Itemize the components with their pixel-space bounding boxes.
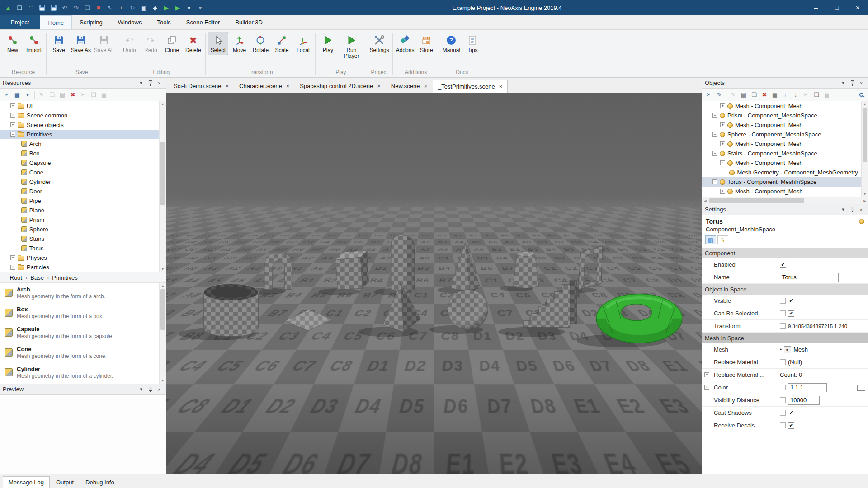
expander-icon[interactable]: −: [720, 160, 725, 165]
scene-tab-scifi-demo[interactable]: Sci-fi Demo.scene×: [169, 80, 234, 93]
tab-windows[interactable]: Windows: [110, 15, 150, 29]
cast-shadows-checkbox[interactable]: ✔: [788, 410, 794, 416]
close-icon[interactable]: ×: [857, 206, 865, 214]
close-icon[interactable]: ×: [857, 79, 865, 87]
pin-icon[interactable]: [848, 206, 856, 214]
project-menu-button[interactable]: Project: [0, 15, 40, 29]
panel-menu-icon[interactable]: ▾: [137, 79, 145, 87]
manual-button[interactable]: ? Manual: [441, 32, 462, 55]
select-icon[interactable]: ↖: [106, 4, 113, 12]
list-item-box[interactable]: BoxMesh geometry in the form of a box.: [0, 303, 166, 323]
pipe-primitive[interactable]: [204, 284, 259, 336]
import-button[interactable]: Import: [24, 32, 44, 55]
mesh-value[interactable]: Mesh: [793, 346, 808, 353]
object-item-mesh[interactable]: +Mesh - Component_Mesh: [702, 139, 868, 149]
local-button[interactable]: Local: [292, 32, 313, 55]
delete-button[interactable]: ✖ Delete: [183, 32, 203, 55]
scroll-down-icon[interactable]: ▼: [862, 191, 868, 197]
breadcrumb-base[interactable]: Base: [30, 274, 44, 281]
viewport-3d[interactable]: F6F7F8G1G2G3G4G5G6G7G8H1H2H3H4H5H6H7H8A1…: [166, 93, 702, 474]
default-indicator[interactable]: [780, 323, 786, 329]
toolbar-menu-icon[interactable]: ▾: [197, 4, 204, 12]
play-icon[interactable]: ▶: [163, 4, 170, 12]
pin-icon[interactable]: [848, 79, 856, 87]
scale-icon[interactable]: ▣: [140, 4, 147, 12]
scroll-up-icon[interactable]: ▲: [160, 283, 166, 289]
tree-item-scene-objects[interactable]: +Scene objects: [0, 120, 166, 130]
select-button[interactable]: Select: [208, 32, 228, 55]
object-item-torus[interactable]: −Torus - Component_MeshInSpace: [702, 177, 868, 187]
tree-item-box[interactable]: Box: [0, 149, 166, 158]
close-icon[interactable]: ×: [155, 385, 163, 394]
panel-menu-icon[interactable]: ▾: [839, 206, 847, 214]
undo-icon[interactable]: ↶: [61, 4, 68, 12]
new-object-icon[interactable]: ❏: [749, 90, 759, 100]
save-all-icon[interactable]: [50, 4, 57, 12]
list-item-capsule[interactable]: CapsuleMesh geometry in the form of a ca…: [0, 323, 166, 343]
settings-section-component[interactable]: Component: [702, 248, 868, 258]
object-item-mesh[interactable]: +Mesh - Component_Mesh: [702, 120, 868, 130]
close-icon[interactable]: ×: [499, 83, 503, 90]
rotate-button[interactable]: Rotate: [250, 32, 271, 55]
tree-item-capsule[interactable]: Capsule: [0, 158, 166, 168]
replace-material-value[interactable]: (Null): [788, 359, 802, 366]
objects-horizontal-scrollbar[interactable]: ◀ ▶: [702, 197, 868, 204]
tree-item-torus[interactable]: Torus: [0, 244, 166, 253]
move-down-icon[interactable]: ↓: [791, 90, 801, 100]
tree-item-door[interactable]: Door: [0, 187, 166, 196]
tips-button[interactable]: Tips: [462, 32, 483, 55]
view-mode-dropdown-icon[interactable]: ▾: [23, 90, 33, 100]
scroll-up-icon[interactable]: ▲: [160, 101, 166, 107]
store-button[interactable]: Store: [416, 32, 437, 55]
plane-primitive[interactable]: [285, 310, 332, 331]
close-icon[interactable]: ×: [155, 79, 163, 87]
close-button[interactable]: ×: [847, 0, 868, 15]
scene-tab-character[interactable]: Character.scene×: [234, 80, 294, 93]
capsule-primitive[interactable]: [391, 235, 415, 291]
scroll-thumb[interactable]: [709, 198, 804, 203]
tree-item-sphere[interactable]: Sphere: [0, 225, 166, 234]
tree-item-cone[interactable]: Cone: [0, 168, 166, 177]
close-icon[interactable]: ×: [424, 83, 427, 89]
default-indicator[interactable]: [780, 397, 786, 403]
pin-icon[interactable]: [146, 385, 154, 394]
expander-icon[interactable]: +: [10, 113, 15, 118]
expander-icon[interactable]: −: [712, 132, 717, 137]
object-item-sphere[interactable]: −Sphere - Component_MeshInSpace: [702, 130, 868, 139]
panel-menu-icon[interactable]: ▾: [137, 385, 145, 394]
cut-icon[interactable]: ✂: [78, 90, 88, 100]
tree-item-particles[interactable]: +Particles: [0, 263, 166, 272]
duplicate-icon[interactable]: ❏: [89, 90, 99, 100]
item-list-scrollbar[interactable]: ▲ ▼: [159, 283, 166, 384]
run-player-button[interactable]: Run Player: [339, 32, 364, 61]
resources-tree-scrollbar[interactable]: ▲ ▼: [159, 101, 166, 272]
color-input[interactable]: [788, 383, 827, 392]
scroll-right-icon[interactable]: ▶: [862, 197, 868, 204]
new-folder-icon[interactable]: ▤: [739, 90, 749, 100]
pin-icon[interactable]: [146, 79, 154, 87]
delete-icon[interactable]: ✖: [68, 90, 78, 100]
objects-tree-scrollbar[interactable]: ▲ ▼: [861, 101, 868, 197]
list-item-arch[interactable]: ArchMesh geometry in the form of a arch.: [0, 283, 166, 303]
scroll-down-icon[interactable]: ▼: [160, 378, 166, 384]
expander-icon[interactable]: +: [720, 122, 725, 127]
tree-item-scene-common[interactable]: +Scene common: [0, 111, 166, 120]
new-file-icon[interactable]: ❏: [16, 4, 23, 12]
object-item-prism[interactable]: −Prism - Component_MeshInSpace: [702, 111, 868, 120]
move-button[interactable]: Move: [229, 32, 250, 55]
close-icon[interactable]: ×: [377, 83, 381, 89]
object-item-stairs[interactable]: −Stairs - Component_MeshInSpace: [702, 149, 868, 158]
paste-icon[interactable]: ▤: [822, 90, 832, 100]
expander-icon[interactable]: +: [10, 122, 15, 127]
expander-icon[interactable]: +: [704, 385, 709, 390]
list-item-cylinder[interactable]: CylinderMesh geometry in the form of a c…: [0, 362, 166, 382]
object-item-mesh[interactable]: +Mesh - Component_Mesh: [702, 187, 868, 196]
tab-tools[interactable]: Tools: [149, 15, 178, 29]
redo-button[interactable]: ↷ Redo: [140, 32, 161, 55]
import-icon[interactable]: ∷: [27, 4, 34, 12]
undo-button[interactable]: ↶ Undo: [119, 32, 140, 55]
paste-icon[interactable]: ▤: [99, 90, 109, 100]
enabled-checkbox[interactable]: ✔: [780, 262, 786, 268]
reference-dropdown-icon[interactable]: ▶: [784, 346, 791, 353]
tab-home[interactable]: Home: [40, 15, 72, 29]
